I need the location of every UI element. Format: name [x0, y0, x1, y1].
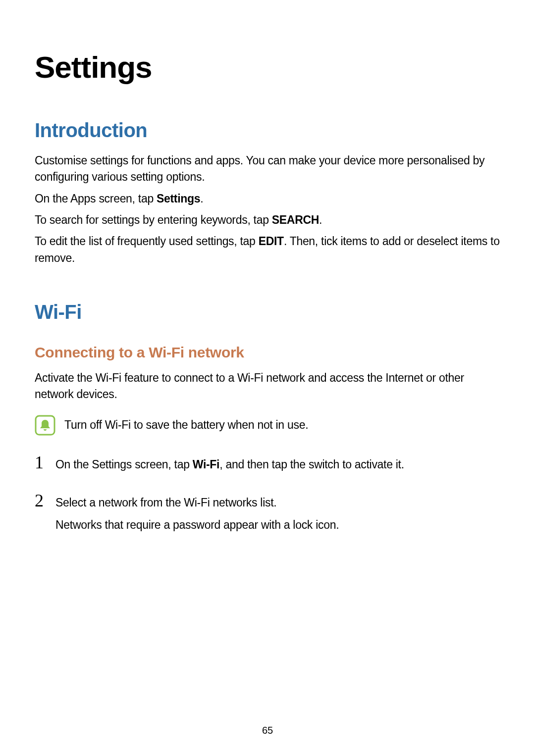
- intro-paragraph-2: On the Apps screen, tap Settings.: [35, 191, 500, 207]
- bell-note-icon: [35, 415, 55, 436]
- wifi-section: Wi-Fi Connecting to a Wi-Fi network Acti…: [35, 301, 500, 540]
- section-heading-wifi: Wi-Fi: [35, 301, 500, 323]
- list-content-1: On the Settings screen, tap Wi-Fi, and t…: [55, 454, 404, 479]
- wifi-paragraph-1: Activate the Wi-Fi feature to connect to…: [35, 370, 500, 403]
- list-item-2: 2 Select a network from the Wi-Fi networ…: [35, 492, 500, 540]
- text-fragment: , and then tap the switch to activate it…: [219, 458, 404, 471]
- page-number: 65: [262, 725, 273, 736]
- subsection-heading-connecting: Connecting to a Wi-Fi network: [35, 344, 500, 361]
- intro-paragraph-4: To edit the list of frequently used sett…: [35, 233, 500, 266]
- list-item-1: 1 On the Settings screen, tap Wi-Fi, and…: [35, 454, 500, 479]
- note-text: Turn off Wi-Fi to save the battery when …: [64, 417, 308, 433]
- bold-settings: Settings: [157, 192, 200, 205]
- intro-paragraph-1: Customise settings for functions and app…: [35, 152, 500, 186]
- list-content-2: Select a network from the Wi-Fi networks…: [55, 492, 339, 540]
- text-fragment: .: [319, 213, 322, 226]
- list-number-1: 1: [35, 454, 47, 471]
- text-fragment: .: [200, 192, 203, 205]
- section-heading-introduction: Introduction: [35, 119, 500, 142]
- bold-edit: EDIT: [259, 235, 284, 248]
- text-fragment: On the Settings screen, tap: [55, 458, 193, 471]
- list-number-2: 2: [35, 492, 47, 509]
- text-fragment: To search for settings by entering keywo…: [35, 213, 272, 226]
- bold-wifi: Wi-Fi: [193, 458, 220, 471]
- intro-paragraph-3: To search for settings by entering keywo…: [35, 212, 500, 228]
- text-fragment: On the Apps screen, tap: [35, 192, 157, 205]
- page-title: Settings: [35, 50, 500, 85]
- step2-paragraph-1: Select a network from the Wi-Fi networks…: [55, 495, 339, 511]
- text-fragment: To edit the list of frequently used sett…: [35, 235, 259, 248]
- intro-section: Introduction Customise settings for func…: [35, 119, 500, 266]
- step2-paragraph-2: Networks that require a password appear …: [55, 517, 339, 533]
- bold-search: SEARCH: [272, 213, 319, 226]
- numbered-list: 1 On the Settings screen, tap Wi-Fi, and…: [35, 454, 500, 540]
- note-box: Turn off Wi-Fi to save the battery when …: [35, 415, 500, 436]
